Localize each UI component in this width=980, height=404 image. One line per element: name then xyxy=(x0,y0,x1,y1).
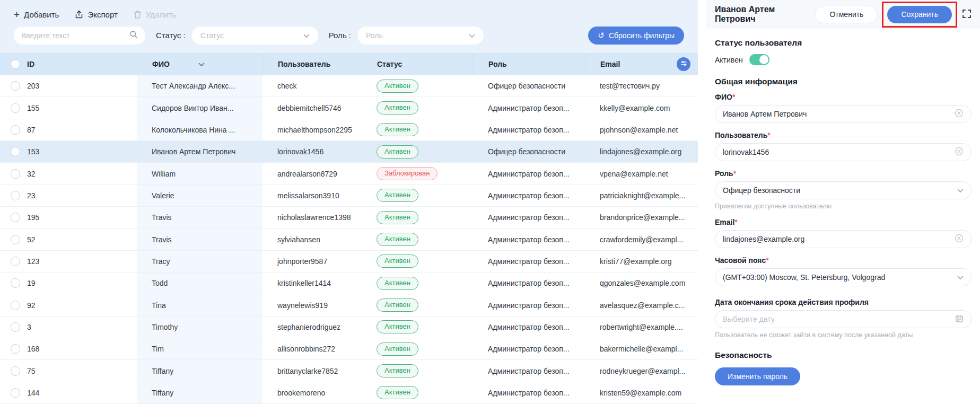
row-checkbox[interactable] xyxy=(11,103,20,113)
username-clear-button[interactable] xyxy=(955,147,964,157)
required-mark: * xyxy=(732,93,735,101)
cell-username: allisonrobbins272 xyxy=(262,338,362,359)
header-id-label: ID xyxy=(27,60,34,68)
expiry-date-input[interactable] xyxy=(723,315,955,323)
table-row[interactable]: 19Toddkristinkeller1414АктивенАдминистра… xyxy=(0,273,698,294)
status-badge: Активен xyxy=(377,277,418,290)
required-mark: * xyxy=(767,131,770,139)
row-checkbox[interactable] xyxy=(11,257,20,266)
row-checkbox[interactable] xyxy=(11,344,20,354)
cell-role: Администратор безоп... xyxy=(473,294,585,315)
cell-email: brandonprice@example... xyxy=(585,207,698,228)
cancel-button[interactable]: Отменить xyxy=(815,6,878,23)
row-checkbox[interactable] xyxy=(11,169,20,179)
users-table-section: + Добавить Экспорт Удалить xyxy=(0,0,698,404)
email-label: Email* xyxy=(715,218,972,226)
table-body: 203Тест Александр Алекс...checkАктивенОф… xyxy=(0,75,698,404)
header-status-label: Статус xyxy=(377,60,402,68)
select-all-checkbox[interactable] xyxy=(11,59,20,69)
email-input[interactable] xyxy=(723,235,955,243)
export-button[interactable]: Экспорт xyxy=(75,10,117,19)
active-toggle[interactable] xyxy=(749,54,769,65)
delete-button[interactable]: Удалить xyxy=(134,10,176,19)
reset-filters-button[interactable]: ↺ Сбросить фильтры xyxy=(588,27,684,45)
table-row[interactable]: 52TravissylviahansenАктивенАдминистратор… xyxy=(0,229,698,250)
row-checkbox[interactable] xyxy=(11,191,20,200)
expand-panel-button[interactable] xyxy=(962,9,972,20)
add-button[interactable]: + Добавить xyxy=(14,10,59,20)
table-row[interactable]: 195Travisnicholaslawrence1398АктивенАдми… xyxy=(0,207,698,229)
cell-username: waynelewis919 xyxy=(262,294,362,315)
table-row[interactable]: 23Valeriemelissalarson3910АктивенАдминис… xyxy=(0,185,698,207)
cell-email: kristen59@example.com xyxy=(585,382,698,403)
email-clear-button[interactable] xyxy=(955,234,964,244)
header-id[interactable]: ID xyxy=(0,53,137,75)
sort-chevron-down-icon[interactable] xyxy=(198,60,205,68)
row-checkbox[interactable] xyxy=(11,278,20,288)
table-row[interactable]: 87Колокольчикова Нина ...michaelthompson… xyxy=(0,119,698,141)
cell-role: Администратор безоп... xyxy=(473,382,585,403)
row-checkbox[interactable] xyxy=(11,213,20,222)
row-checkbox[interactable] xyxy=(11,81,20,91)
header-username[interactable]: Пользователь xyxy=(262,53,362,75)
table-row[interactable]: 123Tracyjohnporter9587АктивенАдминистрат… xyxy=(0,251,698,273)
cell-username: sylviahansen xyxy=(262,229,362,250)
row-checkbox[interactable] xyxy=(11,322,20,332)
cell-status: Активен xyxy=(362,207,473,228)
row-checkbox[interactable] xyxy=(11,147,20,156)
header-username-label: Пользователь xyxy=(278,60,330,68)
role-select[interactable]: Офицер безопасности xyxy=(715,181,972,199)
cell-id: 123 xyxy=(0,251,137,272)
username-input[interactable] xyxy=(723,148,955,156)
row-checkbox[interactable] xyxy=(11,125,20,135)
fio-clear-button[interactable] xyxy=(955,109,964,119)
cell-status: Активен xyxy=(362,185,473,206)
table-row[interactable]: 168Timallisonrobbins272АктивенАдминистра… xyxy=(0,338,698,360)
cell-role: Администратор безоп... xyxy=(473,163,585,184)
header-fio[interactable]: ФИО xyxy=(137,53,262,75)
row-checkbox[interactable] xyxy=(11,301,20,310)
app-window: + Добавить Экспорт Удалить xyxy=(0,0,980,404)
row-checkbox[interactable] xyxy=(11,235,20,244)
header-status[interactable]: Статус xyxy=(362,53,473,75)
table-row[interactable]: 3TimothystephanierodriguezАктивенАдминис… xyxy=(0,317,698,338)
cell-username: brittanyclarke7852 xyxy=(262,360,362,381)
header-email-label: Email xyxy=(600,60,620,68)
table-row[interactable]: 144TiffanybrookemorenoАктивенАдминистрат… xyxy=(0,382,698,404)
status-filter-select[interactable]: Статус xyxy=(192,27,318,45)
fio-input[interactable] xyxy=(723,110,955,118)
cell-username: brookemoreno xyxy=(262,382,362,403)
reset-filters-label: Сбросить фильтры xyxy=(609,31,675,40)
table-row[interactable]: 32Williamandrealarson8729ЗаблокированАдм… xyxy=(0,163,698,185)
header-role[interactable]: Роль xyxy=(473,53,585,75)
expiry-input-wrap xyxy=(715,310,972,328)
row-checkbox[interactable] xyxy=(11,366,20,376)
header-email[interactable]: Email xyxy=(585,53,698,75)
role-filter-label: Роль : xyxy=(329,31,351,40)
cell-status: Активен xyxy=(362,360,473,381)
table-row[interactable]: 203Тест Александр Алекс...checkАктивенОф… xyxy=(0,75,698,97)
calendar-button[interactable] xyxy=(955,314,964,324)
save-button[interactable]: Сохранить xyxy=(887,6,952,23)
cell-email: qgonzales@example.com xyxy=(585,273,698,294)
plus-icon: + xyxy=(14,10,20,20)
fio-label: ФИО* xyxy=(715,93,972,101)
status-section-title: Статус пользователя xyxy=(715,38,972,48)
table-row[interactable]: 75Tiffanybrittanyclarke7852АктивенАдмини… xyxy=(0,360,698,382)
security-section-title: Безопасность xyxy=(715,350,972,360)
table-row[interactable]: 92Tinawaynelewis919АктивенАдминистратор … xyxy=(0,294,698,316)
column-settings-button[interactable] xyxy=(677,57,690,71)
role-filter-select[interactable]: Роль xyxy=(357,27,484,45)
row-checkbox[interactable] xyxy=(11,388,20,398)
search-box[interactable] xyxy=(14,27,145,45)
delete-button-label: Удалить xyxy=(146,10,176,19)
cell-username: stephanierodriguez xyxy=(262,317,362,338)
search-input[interactable] xyxy=(21,31,117,40)
cell-id: 195 xyxy=(0,207,137,228)
cell-role: Администратор безоп... xyxy=(473,185,585,206)
timezone-select[interactable]: (GMT+03:00) Moscow, St. Petersburg, Volg… xyxy=(715,268,972,286)
search-icon[interactable] xyxy=(129,30,138,41)
change-password-button[interactable]: Изменить пароль xyxy=(715,367,800,385)
table-row[interactable]: 155Сидоров Виктор Иван...debbiemitchell5… xyxy=(0,97,698,119)
table-row[interactable]: 153Иванов Артем Петровичlorinovak1456Акт… xyxy=(0,141,698,163)
